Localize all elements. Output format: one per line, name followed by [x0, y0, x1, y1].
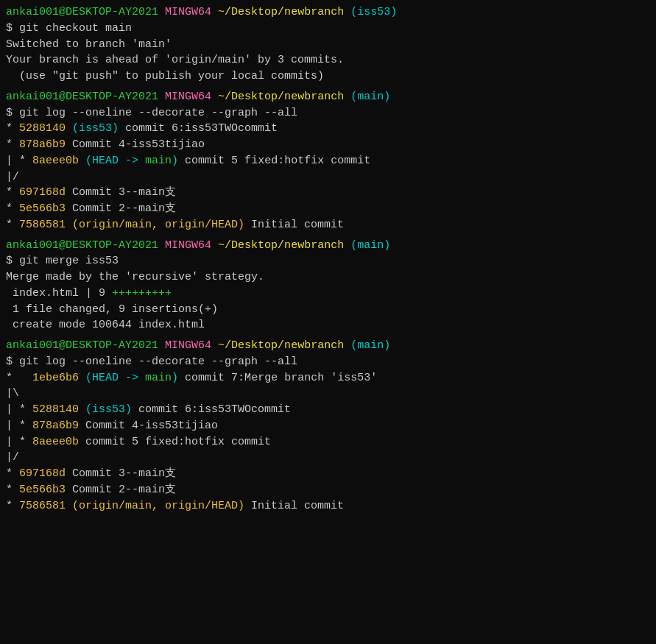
prompt-line-3: ankai001@DESKTOP-AY2021 MINGW64 ~/Deskto… — [6, 238, 650, 254]
log-2-1: * 5288140 (iss53) commit 6:iss53TWOcommi… — [6, 121, 650, 137]
prompt-line-1: ankai001@DESKTOP-AY2021 MINGW64 ~/Deskto… — [6, 4, 650, 21]
output-1-2: Your branch is ahead of 'origin/main' by… — [6, 52, 650, 68]
log-2-2: * 878a6b9 Commit 4-iss53tijiao — [6, 137, 650, 153]
log-2-3: | * 8aeee0b (HEAD -> main) commit 5 fixe… — [6, 153, 650, 169]
command-2: $ git log --oneline --decorate --graph -… — [6, 105, 650, 121]
log-4-5: | * 8aeee0b commit 5 fixed:hotfix commit — [6, 434, 650, 450]
log-2-7: * 7586581 (origin/main, origin/HEAD) Ini… — [6, 217, 650, 233]
section-3: ankai001@DESKTOP-AY2021 MINGW64 ~/Deskto… — [6, 238, 650, 334]
command-1: $ git checkout main — [6, 21, 650, 37]
prompt-line-4: ankai001@DESKTOP-AY2021 MINGW64 ~/Deskto… — [6, 338, 650, 354]
terminal: ankai001@DESKTOP-AY2021 MINGW64 ~/Deskto… — [6, 4, 650, 514]
log-4-1: * 1ebe6b6 (HEAD -> main) commit 7:Merge … — [6, 370, 650, 386]
log-4-7: * 697168d Commit 3--main支 — [6, 466, 650, 482]
log-4-6: |/ — [6, 450, 650, 466]
output-3-2: index.html | 9 +++++++++ — [6, 286, 650, 302]
section-1: ankai001@DESKTOP-AY2021 MINGW64 ~/Deskto… — [6, 4, 650, 85]
log-4-2: |\ — [6, 386, 650, 402]
output-3-3: 1 file changed, 9 insertions(+) — [6, 302, 650, 318]
command-4: $ git log --oneline --decorate --graph -… — [6, 354, 650, 370]
log-2-4: |/ — [6, 169, 650, 185]
log-4-3: | * 5288140 (iss53) commit 6:iss53TWOcom… — [6, 402, 650, 418]
prompt-line-2: ankai001@DESKTOP-AY2021 MINGW64 ~/Deskto… — [6, 89, 650, 105]
output-3-1: Merge made by the 'recursive' strategy. — [6, 269, 650, 286]
section-2: ankai001@DESKTOP-AY2021 MINGW64 ~/Deskto… — [6, 89, 650, 233]
log-4-4: | * 878a6b9 Commit 4-iss53tijiao — [6, 418, 650, 434]
log-4-9: * 7586581 (origin/main, origin/HEAD) Ini… — [6, 498, 650, 514]
section-4: ankai001@DESKTOP-AY2021 MINGW64 ~/Deskto… — [6, 338, 650, 514]
command-3: $ git merge iss53 — [6, 253, 650, 269]
output-1-3: (use "git push" to publish your local co… — [6, 68, 650, 85]
output-3-4: create mode 100644 index.html — [6, 317, 650, 333]
log-2-5: * 697168d Commit 3--main支 — [6, 185, 650, 201]
log-2-6: * 5e566b3 Commit 2--main支 — [6, 201, 650, 217]
log-4-8: * 5e566b3 Commit 2--main支 — [6, 482, 650, 498]
output-1-1: Switched to branch 'main' — [6, 37, 650, 53]
